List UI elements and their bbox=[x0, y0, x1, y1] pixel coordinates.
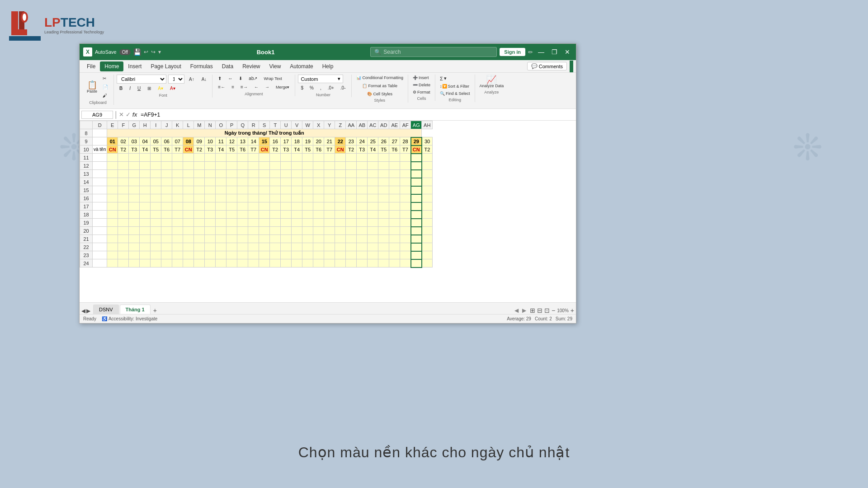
add-sheet-button[interactable]: + bbox=[151, 307, 159, 314]
cell-U10[interactable]: T3 bbox=[281, 145, 292, 154]
bold-button[interactable]: B bbox=[117, 84, 125, 92]
cell-K9[interactable]: 07 bbox=[172, 137, 183, 145]
orientation-button[interactable]: ab↗ bbox=[246, 75, 260, 82]
format-as-table-button[interactable]: 📋 Format as Table bbox=[360, 83, 399, 89]
row-header-15[interactable]: 15 bbox=[80, 186, 93, 194]
indent-right-button[interactable]: → bbox=[262, 83, 272, 91]
col-header-I[interactable]: I bbox=[151, 121, 161, 129]
font-color-button[interactable]: A▾ bbox=[167, 84, 178, 92]
close-button[interactable]: ✕ bbox=[562, 48, 572, 56]
menu-pagelayout[interactable]: Page Layout bbox=[146, 61, 185, 71]
cell-K11[interactable] bbox=[172, 154, 183, 162]
col-header-K[interactable]: K bbox=[172, 121, 183, 129]
indent-left-button[interactable]: ← bbox=[251, 83, 261, 91]
col-header-AG[interactable]: AG bbox=[411, 121, 422, 129]
menu-formulas[interactable]: Formulas bbox=[186, 61, 217, 71]
col-header-E[interactable]: E bbox=[107, 121, 118, 129]
cell-R10[interactable]: T7 bbox=[248, 145, 259, 154]
scroll-left-button[interactable]: ◀ bbox=[514, 307, 519, 314]
cell-W9[interactable]: 19 bbox=[302, 137, 313, 145]
cell-N9[interactable]: 10 bbox=[205, 137, 216, 145]
cell-AH11[interactable] bbox=[422, 154, 433, 162]
col-header-N[interactable]: N bbox=[205, 121, 216, 129]
scroll-right-button[interactable]: ▶ bbox=[522, 307, 526, 314]
row-header-11[interactable]: 11 bbox=[80, 154, 93, 162]
search-box[interactable]: 🔍 bbox=[370, 47, 497, 57]
cell-F11[interactable] bbox=[118, 154, 129, 162]
zoom-in-button[interactable]: + bbox=[571, 307, 574, 314]
cell-P9[interactable]: 12 bbox=[226, 137, 237, 145]
increase-decimal-button[interactable]: .0+ bbox=[325, 84, 337, 92]
underline-button[interactable]: U bbox=[135, 84, 143, 92]
cell-W10[interactable]: T5 bbox=[302, 145, 313, 154]
zoom-out-button[interactable]: − bbox=[552, 307, 555, 314]
undo-icon[interactable]: ↩ bbox=[144, 49, 148, 55]
cell-AA10[interactable]: T2 bbox=[346, 145, 357, 154]
cell-R9[interactable]: 14 bbox=[248, 137, 259, 145]
cell-S11[interactable] bbox=[259, 154, 270, 162]
cell-J11[interactable] bbox=[161, 154, 172, 162]
find-select-button[interactable]: 🔍 Find & Select bbox=[438, 90, 472, 97]
cell-Z9[interactable]: 22 bbox=[335, 137, 346, 145]
cell-styles-button[interactable]: 🎨 Cell Styles bbox=[365, 91, 395, 97]
cell-AF9[interactable]: 28 bbox=[400, 137, 411, 145]
cell-X10[interactable]: T6 bbox=[313, 145, 324, 154]
col-header-AA[interactable]: AA bbox=[346, 121, 357, 129]
col-header-L[interactable]: L bbox=[183, 121, 194, 129]
row-header-8[interactable]: 8 bbox=[80, 129, 93, 137]
comments-button[interactable]: 💬 Comments bbox=[527, 62, 567, 70]
col-header-M[interactable]: M bbox=[194, 121, 205, 129]
cell-X11[interactable] bbox=[313, 154, 324, 162]
cell-Y10[interactable]: T7 bbox=[324, 145, 335, 154]
cell-AB9[interactable]: 24 bbox=[357, 137, 368, 145]
cell-AD10[interactable]: T5 bbox=[378, 145, 389, 154]
cell-Q10[interactable]: T6 bbox=[237, 145, 248, 154]
col-header-R[interactable]: R bbox=[248, 121, 259, 129]
col-header-J[interactable]: J bbox=[161, 121, 172, 129]
cell-D8[interactable] bbox=[93, 129, 107, 137]
row-header-12[interactable]: 12 bbox=[80, 162, 93, 170]
confirm-icon[interactable]: ✓ bbox=[126, 111, 131, 118]
cell-K10[interactable]: T7 bbox=[172, 145, 183, 154]
col-header-T[interactable]: T bbox=[270, 121, 281, 129]
menu-insert[interactable]: Insert bbox=[123, 61, 146, 71]
row-header-16[interactable]: 16 bbox=[80, 194, 93, 202]
cell-Y9[interactable]: 21 bbox=[324, 137, 335, 145]
col-header-O[interactable]: O bbox=[216, 121, 226, 129]
search-input[interactable] bbox=[383, 49, 483, 55]
font-name-select[interactable]: Calibri bbox=[117, 75, 166, 84]
cell-AE9[interactable]: 27 bbox=[389, 137, 400, 145]
decrease-font-button[interactable]: A↓ bbox=[199, 75, 210, 83]
align-middle-button[interactable]: ↔ bbox=[225, 75, 235, 82]
row-header-23[interactable]: 23 bbox=[80, 251, 93, 259]
align-bottom-button[interactable]: ⬇ bbox=[236, 75, 245, 82]
cell-I10[interactable]: T5 bbox=[151, 145, 161, 154]
cell-L11[interactable] bbox=[183, 154, 194, 162]
align-top-button[interactable]: ⬆ bbox=[215, 75, 224, 82]
col-header-AH[interactable]: AH bbox=[422, 121, 433, 129]
col-header-AF[interactable]: AF bbox=[400, 121, 411, 129]
cell-L9[interactable]: 08 bbox=[183, 137, 194, 145]
menu-view[interactable]: View bbox=[265, 61, 286, 71]
cell-Q11[interactable] bbox=[237, 154, 248, 162]
currency-button[interactable]: $ bbox=[298, 84, 306, 92]
align-right-button[interactable]: ≡→ bbox=[238, 83, 250, 91]
row-header-22[interactable]: 22 bbox=[80, 243, 93, 251]
personalize-icon[interactable]: ✏ bbox=[528, 49, 533, 56]
dropdown-icon[interactable]: ▾ bbox=[158, 49, 161, 55]
align-center-button[interactable]: ≡ bbox=[229, 83, 237, 91]
row-header-17[interactable]: 17 bbox=[80, 202, 93, 211]
col-header-AC[interactable]: AC bbox=[368, 121, 378, 129]
wrap-text-button[interactable]: Wrap Text bbox=[261, 75, 284, 82]
comma-button[interactable]: , bbox=[317, 84, 324, 92]
cell-J9[interactable]: 06 bbox=[161, 137, 172, 145]
col-header-AD[interactable]: AD bbox=[378, 121, 389, 129]
copy-button[interactable]: 📄 bbox=[100, 83, 111, 91]
cell-Z10[interactable]: CN bbox=[335, 145, 346, 154]
col-header-AE[interactable]: AE bbox=[389, 121, 400, 129]
cell-T10[interactable]: T2 bbox=[270, 145, 281, 154]
minimize-button[interactable]: — bbox=[536, 48, 547, 56]
signin-button[interactable]: Sign in bbox=[500, 48, 525, 56]
col-header-S[interactable]: S bbox=[259, 121, 270, 129]
col-header-Y[interactable]: Y bbox=[324, 121, 335, 129]
